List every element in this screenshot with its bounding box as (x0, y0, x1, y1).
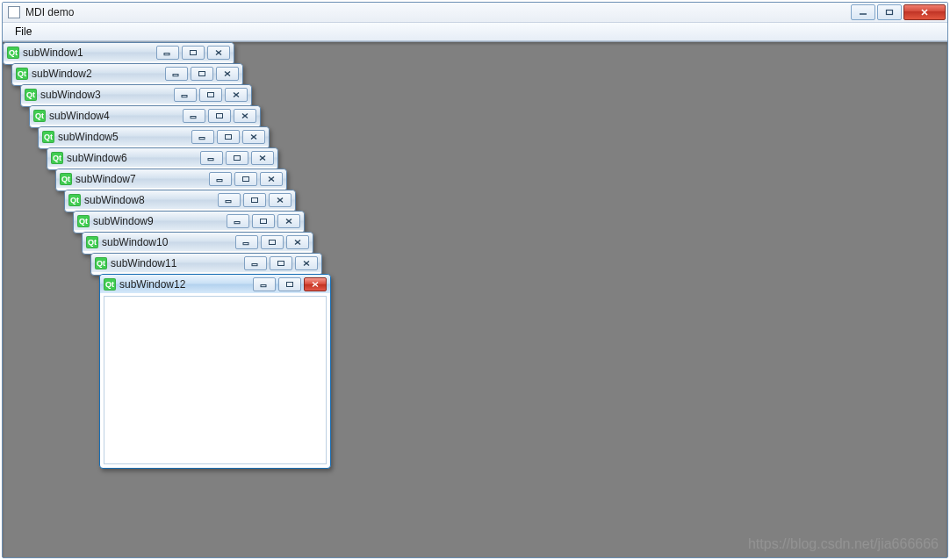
mdi-area[interactable]: https://blog.csdn.net/jia666666 QtsubWin… (3, 41, 947, 557)
subwindow-minimize-button[interactable] (253, 277, 276, 291)
minimize-button[interactable] (851, 4, 875, 20)
main-titlebar[interactable]: MDI demo (3, 3, 947, 23)
subwindow-titlebar[interactable]: QtsubWindow3 (21, 85, 251, 104)
svg-rect-37 (261, 219, 267, 223)
subwindow-close-button[interactable] (304, 277, 327, 291)
maximize-icon (250, 197, 259, 204)
subwindow-minimize-button[interactable] (191, 130, 214, 144)
subwindow-close-button[interactable] (242, 130, 265, 144)
subwindow-titlebar[interactable]: QtsubWindow5 (39, 127, 269, 146)
subwindow-title: subWindow10 (102, 236, 235, 248)
subwindow-minimize-button[interactable] (183, 109, 205, 123)
qt-icon: Qt (86, 236, 98, 248)
subwindow-maximize-button[interactable] (270, 256, 292, 270)
svg-rect-49 (287, 282, 293, 286)
minimize-icon (251, 260, 260, 267)
subwindow-titlebar[interactable]: QtsubWindow4 (30, 106, 260, 125)
svg-rect-41 (270, 240, 276, 244)
svg-rect-29 (243, 176, 249, 181)
maximize-icon (241, 176, 250, 183)
main-window-buttons (849, 4, 946, 20)
subwindow-maximize-button[interactable] (217, 130, 240, 144)
subwindow-maximize-button[interactable] (234, 172, 257, 186)
minimize-icon (260, 281, 269, 288)
subwindow-maximize-button[interactable] (199, 88, 222, 102)
qt-icon: Qt (104, 278, 116, 291)
subwindow[interactable]: QtsubWindow6 (47, 147, 278, 170)
subwindow[interactable]: QtsubWindow2 (11, 63, 243, 86)
subwindow[interactable]: QtsubWindow10 (82, 232, 313, 255)
subwindow[interactable]: QtsubWindow9 (73, 211, 305, 233)
subwindow[interactable]: QtsubWindow7 (55, 169, 287, 191)
minimize-icon (242, 239, 251, 246)
subwindow-close-button[interactable] (207, 46, 230, 60)
maximize-button[interactable] (877, 4, 902, 20)
subwindow-close-button[interactable] (286, 235, 309, 249)
subwindow-titlebar[interactable]: QtsubWindow8 (65, 190, 295, 209)
subwindow-minimize-button[interactable] (200, 151, 223, 165)
minimize-icon (216, 176, 225, 183)
subwindow[interactable]: QtsubWindow12 (99, 274, 331, 469)
subwindow-maximize-button[interactable] (278, 277, 301, 291)
menu-file[interactable]: File (8, 24, 39, 39)
subwindow-maximize-button[interactable] (261, 235, 284, 249)
subwindow[interactable]: QtsubWindow5 (38, 126, 270, 149)
subwindow-minimize-button[interactable] (209, 172, 232, 186)
minimize-icon (190, 112, 198, 119)
subwindow-minimize-button[interactable] (235, 235, 258, 249)
subwindow-maximize-button[interactable] (182, 46, 205, 60)
subwindow-buttons (227, 214, 300, 228)
close-button[interactable] (903, 4, 946, 20)
subwindow[interactable]: QtsubWindow4 (29, 105, 261, 128)
subwindow-close-button[interactable] (251, 151, 274, 165)
subwindow-title: subWindow5 (58, 131, 191, 143)
subwindow-maximize-button[interactable] (243, 193, 266, 207)
subwindow-maximize-button[interactable] (191, 67, 213, 81)
svg-rect-24 (208, 158, 213, 160)
subwindow-maximize-button[interactable] (208, 109, 231, 123)
subwindow-titlebar[interactable]: QtsubWindow12 (100, 275, 330, 293)
subwindow[interactable]: QtsubWindow8 (64, 190, 296, 212)
subwindow-buttons (253, 277, 327, 291)
subwindow-title: subWindow3 (40, 89, 174, 101)
subwindow-close-button[interactable] (277, 214, 300, 228)
subwindow[interactable]: QtsubWindow11 (90, 253, 322, 276)
subwindow[interactable]: QtsubWindow3 (20, 84, 252, 107)
subwindow-maximize-button[interactable] (252, 214, 275, 228)
subwindow-minimize-button[interactable] (227, 214, 249, 228)
subwindow-titlebar[interactable]: QtsubWindow11 (91, 254, 321, 272)
subwindow-minimize-button[interactable] (174, 88, 197, 102)
subwindow-titlebar[interactable]: QtsubWindow6 (47, 148, 277, 167)
subwindow-titlebar[interactable]: QtsubWindow9 (74, 212, 304, 230)
subwindow-close-button[interactable] (225, 88, 248, 102)
close-icon (293, 239, 302, 246)
svg-rect-20 (199, 137, 205, 139)
close-icon (214, 49, 223, 56)
subwindow-minimize-button[interactable] (244, 256, 267, 270)
subwindow-title: subWindow12 (119, 278, 253, 291)
subwindow[interactable]: QtsubWindow1 (3, 42, 234, 65)
svg-rect-8 (173, 74, 178, 75)
subwindow-titlebar[interactable]: QtsubWindow10 (83, 233, 313, 251)
subwindow-minimize-button[interactable] (156, 46, 179, 60)
watermark: https://blog.csdn.net/jia666666 (748, 536, 939, 552)
subwindow-close-button[interactable] (295, 256, 318, 270)
qt-icon: Qt (95, 257, 107, 269)
subwindow-close-button[interactable] (269, 193, 291, 207)
svg-rect-40 (243, 242, 248, 244)
subwindow-titlebar[interactable]: QtsubWindow1 (4, 43, 234, 61)
subwindow-maximize-button[interactable] (226, 151, 248, 165)
subwindow-close-button[interactable] (234, 109, 256, 123)
subwindow-titlebar[interactable]: QtsubWindow7 (56, 169, 286, 188)
subwindow-close-button[interactable] (216, 67, 239, 81)
subwindow-minimize-button[interactable] (218, 193, 241, 207)
minimize-icon (859, 9, 867, 16)
qt-icon: Qt (77, 215, 90, 227)
subwindow-body[interactable] (104, 296, 327, 464)
subwindow-buttons (156, 46, 230, 60)
subwindow-minimize-button[interactable] (165, 67, 188, 81)
subwindow-buttons (218, 193, 291, 207)
subwindow-titlebar[interactable]: QtsubWindow2 (12, 64, 242, 83)
svg-rect-33 (252, 197, 258, 202)
subwindow-close-button[interactable] (260, 172, 283, 186)
